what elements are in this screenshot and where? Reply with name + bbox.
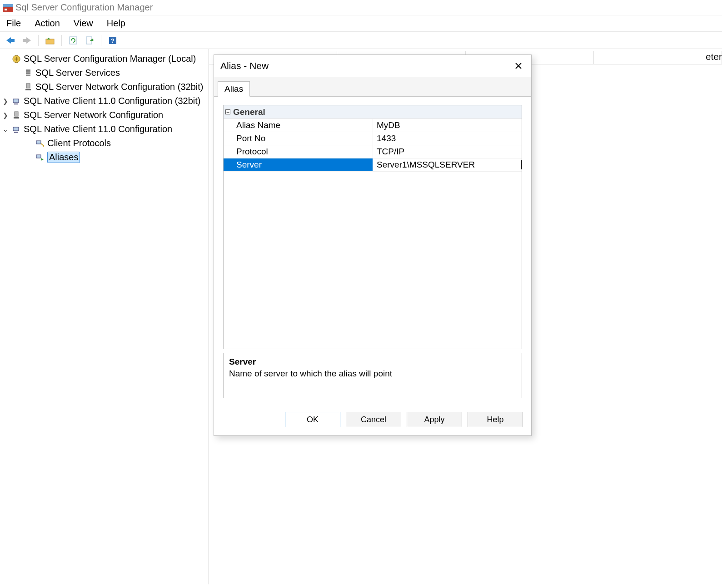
toolbar-separator <box>61 35 62 46</box>
prop-value[interactable]: TCP/IP <box>373 145 522 158</box>
property-category[interactable]: − General <box>224 105 522 119</box>
export-button[interactable] <box>83 34 96 47</box>
tree-aliases[interactable]: Aliases <box>2 150 207 164</box>
tree-nativeclient-32[interactable]: ❯ SQL Native Client 11.0 Configuration (… <box>2 94 207 108</box>
prop-value[interactable]: 1433 <box>373 132 522 145</box>
ok-button[interactable]: OK <box>285 412 340 427</box>
tree-label: SQL Server Network Configuration <box>24 110 163 120</box>
svg-text:?: ? <box>111 37 115 44</box>
prop-key: Alias Name <box>224 119 373 132</box>
svg-rect-20 <box>26 75 30 76</box>
chevron-right-icon[interactable]: ❯ <box>2 98 9 105</box>
tree-label: Aliases <box>47 152 80 163</box>
alias-new-dialog: Alias - New Alias − General Alias Name M… <box>214 54 532 436</box>
client-icon <box>12 125 21 134</box>
svg-rect-28 <box>14 132 18 133</box>
menu-file[interactable]: File <box>6 18 21 29</box>
dialog-titlebar: Alias - New <box>214 55 531 77</box>
tree-label: SQL Native Client 11.0 Configuration (32… <box>24 96 200 106</box>
tree-nativeclient[interactable]: ⌄ SQL Native Client 11.0 Configuration <box>2 122 207 136</box>
chevron-down-icon[interactable]: ⌄ <box>2 126 9 133</box>
tree-netconfig-32[interactable]: SQL Server Network Configuration (32bit) <box>2 80 207 94</box>
protocols-icon <box>35 139 45 148</box>
menubar: File Action View Help <box>0 15 722 32</box>
window-title: Sql Server Configuration Manager <box>15 2 153 13</box>
menu-view[interactable]: View <box>74 18 93 29</box>
text-caret <box>521 160 522 169</box>
tree-label: SQL Server Configuration Manager (Local) <box>24 54 196 64</box>
svg-rect-0 <box>3 4 13 7</box>
svg-rect-19 <box>26 73 30 74</box>
sql-config-icon <box>12 54 21 64</box>
app-icon <box>3 4 12 11</box>
svg-rect-2 <box>5 9 7 10</box>
tree-root[interactable]: SQL Server Configuration Manager (Local) <box>2 52 207 66</box>
clipped-header-text: eter <box>706 52 722 62</box>
network-icon <box>12 111 21 120</box>
svg-rect-23 <box>13 99 19 103</box>
toolbar: ? <box>0 32 722 49</box>
toolbar-separator <box>38 35 39 46</box>
svg-rect-17 <box>26 69 30 71</box>
tree-pane: SQL Server Configuration Manager (Local)… <box>0 49 209 584</box>
svg-rect-1 <box>3 7 13 12</box>
refresh-button[interactable] <box>66 34 80 47</box>
tree-label: SQL Server Network Configuration (32bit) <box>35 82 203 92</box>
prop-value[interactable]: MyDB <box>373 119 522 132</box>
menu-action[interactable]: Action <box>35 18 60 29</box>
tree-label: Client Protocols <box>47 138 111 148</box>
prop-value-editing[interactable] <box>373 158 522 171</box>
desc-text: Name of server to which the alias will p… <box>229 369 516 379</box>
up-folder-button[interactable] <box>43 34 57 47</box>
prop-protocol[interactable]: Protocol TCP/IP <box>224 145 522 158</box>
titlebar: Sql Server Configuration Manager <box>0 0 722 15</box>
services-icon <box>24 69 33 78</box>
svg-rect-22 <box>25 89 31 90</box>
dialog-title: Alias - New <box>220 60 269 71</box>
tree-netconfig[interactable]: ❯ SQL Server Network Configuration <box>2 108 207 122</box>
svg-rect-25 <box>15 112 18 116</box>
toolbar-separator <box>101 35 101 46</box>
svg-marker-32 <box>41 158 44 161</box>
tree-label: SQL Native Client 11.0 Configuration <box>24 124 172 134</box>
back-button[interactable] <box>4 34 17 47</box>
tab-alias[interactable]: Alias <box>218 81 250 97</box>
svg-rect-6 <box>23 39 27 42</box>
prop-alias-name[interactable]: Alias Name MyDB <box>224 119 522 132</box>
network-icon <box>24 83 33 92</box>
server-input[interactable] <box>377 158 521 171</box>
collapse-icon[interactable]: − <box>225 109 230 114</box>
forward-button[interactable] <box>20 34 34 47</box>
svg-rect-24 <box>14 104 18 104</box>
cancel-button[interactable]: Cancel <box>346 412 401 427</box>
svg-rect-29 <box>36 141 41 144</box>
menu-help[interactable]: Help <box>107 18 125 29</box>
svg-rect-18 <box>26 71 30 73</box>
tree-label: SQL Server Services <box>35 68 120 78</box>
dialog-tabstrip: Alias <box>214 77 531 97</box>
desc-title: Server <box>229 357 516 367</box>
svg-rect-21 <box>26 84 30 88</box>
chevron-right-icon[interactable]: ❯ <box>2 112 9 119</box>
property-grid: − General Alias Name MyDB Port No 1433 P… <box>223 105 522 349</box>
svg-marker-8 <box>47 38 50 40</box>
aliases-icon <box>35 153 45 162</box>
column-header[interactable] <box>594 51 722 64</box>
category-label: General <box>233 107 265 117</box>
tree-sql-services[interactable]: SQL Server Services <box>2 66 207 80</box>
svg-rect-13 <box>90 40 93 41</box>
tree-client-protocols[interactable]: Client Protocols <box>2 136 207 150</box>
svg-rect-4 <box>10 39 15 42</box>
client-icon <box>12 97 21 106</box>
svg-rect-7 <box>46 39 54 44</box>
prop-key: Protocol <box>224 145 373 158</box>
svg-rect-31 <box>36 155 41 158</box>
svg-rect-27 <box>13 127 19 131</box>
prop-server[interactable]: Server <box>224 158 522 172</box>
close-button[interactable] <box>512 59 525 72</box>
prop-port-no[interactable]: Port No 1433 <box>224 132 522 145</box>
help-button[interactable]: ? <box>106 34 120 47</box>
svg-rect-9 <box>70 37 77 44</box>
apply-button[interactable]: Apply <box>407 412 462 427</box>
help-button[interactable]: Help <box>468 412 523 427</box>
